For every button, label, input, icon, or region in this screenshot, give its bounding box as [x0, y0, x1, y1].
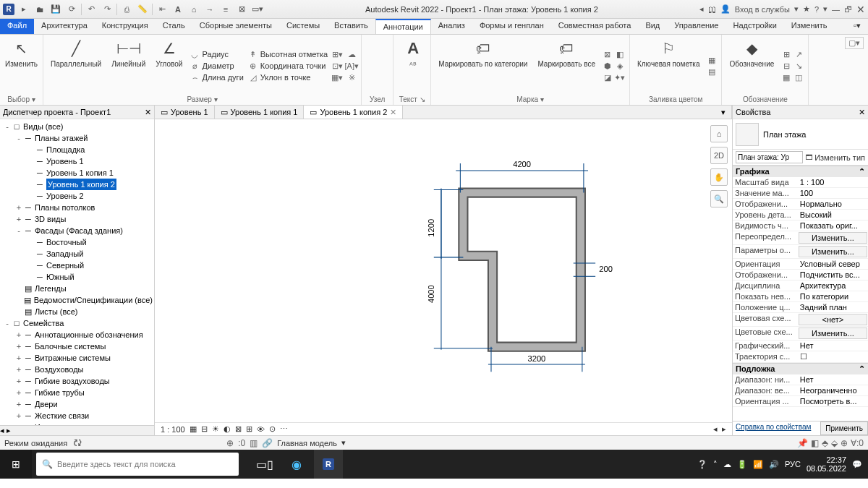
tree-item[interactable]: -□Семейства: [0, 317, 154, 329]
tree-item[interactable]: ─Площадка: [0, 144, 154, 155]
nav-home-icon[interactable]: ⌂: [710, 125, 728, 142]
view-tab-menu[interactable]: ▾: [715, 106, 732, 119]
region-icon[interactable]: ⊡▾: [332, 61, 342, 71]
save-icon[interactable]: 💾: [49, 3, 62, 16]
tab-вид[interactable]: Вид: [638, 19, 667, 34]
model-icon[interactable]: ⊕: [226, 438, 234, 448]
fill-mini2[interactable]: ▤: [707, 67, 717, 77]
tab-изменить[interactable]: Изменить: [784, 19, 835, 34]
prop-row[interactable]: Уровень дета...Высокий: [733, 210, 868, 221]
crop-region-icon[interactable]: ⊞: [246, 424, 252, 434]
revit-logo[interactable]: R: [3, 4, 14, 15]
prop-row[interactable]: Значение ма...100: [733, 188, 868, 199]
more-icon[interactable]: ⋯: [280, 424, 288, 434]
angular-button[interactable]: ∠Угловой: [153, 37, 185, 95]
close-view-icon[interactable]: ⊠: [235, 3, 248, 16]
prop-row[interactable]: Диапазон: ни...Нет: [733, 374, 868, 385]
cloud-icon[interactable]: ☁: [723, 460, 731, 469]
text-icon[interactable]: A: [171, 3, 184, 16]
taskview-icon[interactable]: ▭▯: [250, 450, 279, 479]
tree-item[interactable]: +─Жесткие связи: [0, 410, 154, 421]
properties-grid[interactable]: Графика⌃Масштаб вида1 : 100Значение ма..…: [733, 166, 868, 421]
reveal-icon[interactable]: ⊙: [269, 424, 276, 434]
prop-row[interactable]: Цветовые схе...Изменить...: [733, 327, 868, 341]
redo-icon[interactable]: ↷: [101, 3, 114, 16]
prop-row[interactable]: Диапазон: ве...Неограниченно: [733, 385, 868, 396]
prop-row[interactable]: Показать нев...По категории: [733, 291, 868, 302]
prop-row[interactable]: Цветовая схе...<нет>: [733, 313, 868, 327]
arrow-icon[interactable]: →: [203, 3, 216, 16]
tree-item[interactable]: ─Южный: [0, 271, 154, 283]
view-tab[interactable]: ▭Уровень 1 копия 1: [215, 106, 305, 119]
wifi-icon[interactable]: 📶: [753, 460, 763, 469]
user-icon[interactable]: 👤: [720, 4, 731, 14]
tree-item[interactable]: ─Северный: [0, 260, 154, 271]
shadow-icon[interactable]: ◐: [224, 424, 231, 434]
prop-row[interactable]: Параметры о...Изменить...: [733, 245, 868, 259]
tag-mini2[interactable]: ⬢◈: [603, 61, 625, 71]
start-button[interactable]: ⊞: [0, 450, 32, 479]
scale-display[interactable]: 1 : 100: [161, 425, 185, 434]
filter-icon[interactable]: ▥: [250, 438, 258, 448]
group-icon[interactable]: [A]▾: [346, 61, 357, 71]
arc-length-button[interactable]: ⌢Длина дуги: [190, 72, 243, 82]
folder-icon[interactable]: 🖿: [33, 3, 46, 16]
notification-icon[interactable]: 💬: [852, 460, 862, 469]
prop-row[interactable]: ОриентацияУсловный север: [733, 259, 868, 270]
hide-icon[interactable]: 👁: [257, 425, 265, 434]
tree-item[interactable]: +─Балочные системы: [0, 341, 154, 352]
nav-2d-icon[interactable]: 2D: [710, 147, 728, 164]
tree-item[interactable]: +─Гибкие трубы: [0, 387, 154, 398]
tree-item[interactable]: +─3D виды: [0, 213, 154, 225]
select-pin-icon[interactable]: 📌: [797, 438, 808, 448]
panel-title[interactable]: Марка ▾: [435, 95, 625, 104]
prop-group[interactable]: Графика⌃: [733, 166, 868, 177]
tree-item[interactable]: ▤Ведомости/Спецификации (все): [0, 294, 154, 306]
tree-item[interactable]: +─Аннотационные обозначения: [0, 329, 154, 341]
sun-icon[interactable]: ☀: [212, 424, 219, 434]
print-icon[interactable]: ⎙: [120, 3, 133, 16]
dimension-icon[interactable]: ⇤: [156, 3, 169, 16]
tray-chevron-icon[interactable]: ˄: [713, 460, 718, 469]
tab-аннотации[interactable]: Аннотации: [375, 19, 431, 34]
text-button[interactable]: Aᴬᴮ: [398, 37, 428, 95]
view-tab[interactable]: ▭Уровень 1 копия 2✕: [304, 106, 403, 119]
tree-item[interactable]: ─Западный: [0, 248, 154, 260]
signin-label[interactable]: Вход в службы: [735, 5, 790, 14]
close-icon[interactable]: ✕: [145, 108, 151, 117]
undo-icon[interactable]: ↶: [85, 3, 98, 16]
tree-item[interactable]: ▤Листы (все): [0, 306, 154, 317]
edge-icon[interactable]: ◉: [282, 450, 311, 479]
tab-системы[interactable]: Системы: [279, 19, 327, 34]
prop-row[interactable]: Графический...Нет: [733, 341, 868, 351]
tab-архитектура[interactable]: Архитектура: [34, 19, 95, 34]
prop-row[interactable]: Отображени...Нормально: [733, 199, 868, 210]
tree-item[interactable]: ─Уровень 1: [0, 155, 154, 167]
nav-left-icon[interactable]: ◂: [699, 4, 704, 14]
tree-item[interactable]: ─Уровень 2: [0, 190, 154, 202]
tag-category-button[interactable]: 🏷Маркировать по категории: [435, 37, 530, 95]
tab-надстройки[interactable]: Надстройки: [726, 19, 783, 34]
tab-сталь[interactable]: Сталь: [156, 19, 192, 34]
favorites-icon[interactable]: ★: [803, 4, 810, 14]
prop-row[interactable]: Положение ц...Задний план: [733, 302, 868, 313]
detail-line-icon[interactable]: ⊞▾: [332, 49, 342, 59]
prop-row[interactable]: Видимость ч...Показать ориг...: [733, 221, 868, 231]
revit-task-icon[interactable]: R: [314, 450, 343, 479]
nav-pan-icon[interactable]: ✋: [710, 168, 728, 186]
nav-zoom-icon[interactable]: 🔍: [710, 190, 728, 207]
help-icon[interactable]: ?: [814, 5, 819, 14]
panel-title[interactable]: Размер ▾: [48, 95, 357, 104]
clock[interactable]: 22:3708.05.2022: [807, 455, 846, 473]
project-tree[interactable]: -□Виды (все)-─Планы этажей─Площадка─Уров…: [0, 119, 154, 425]
insulation-icon[interactable]: ※: [346, 72, 357, 82]
tag-mini1[interactable]: ⊠◧: [603, 49, 625, 59]
minimize-icon[interactable]: —: [832, 5, 840, 14]
close-icon[interactable]: ✕: [856, 4, 865, 15]
panel-title[interactable]: Выбор ▾: [4, 95, 38, 104]
main-model[interactable]: Главная модель: [277, 439, 337, 448]
crop-icon[interactable]: ⊠: [235, 424, 242, 434]
cursor-button[interactable]: ↖Изменить: [4, 37, 38, 95]
view-tab[interactable]: ▭Уровень 1: [155, 106, 215, 119]
tab-анализ[interactable]: Анализ: [431, 19, 472, 34]
